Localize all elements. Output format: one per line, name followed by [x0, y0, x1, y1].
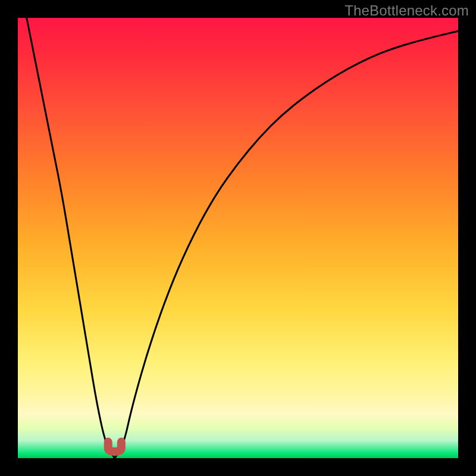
optimal-marker-path [108, 442, 121, 452]
bottleneck-curve-path [27, 18, 458, 458]
watermark-text: TheBottleneck.com [345, 2, 469, 19]
bottleneck-chart [18, 18, 458, 458]
